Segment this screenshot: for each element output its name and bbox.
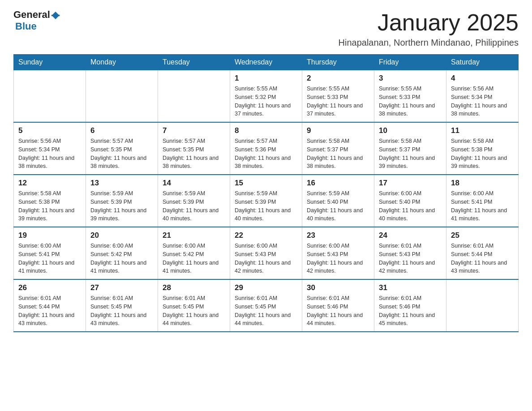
day-of-week-header: Friday	[374, 55, 446, 70]
day-number: 22	[235, 231, 297, 240]
day-info: Sunrise: 5:56 AMSunset: 5:34 PMDaylight:…	[451, 85, 514, 118]
month-title: January 2025	[378, 9, 519, 36]
day-of-week-header: Sunday	[14, 55, 86, 70]
calendar-cell: 22Sunrise: 6:00 AMSunset: 5:43 PMDayligh…	[230, 227, 302, 279]
day-number: 12	[18, 179, 81, 188]
calendar-week-row: 19Sunrise: 6:00 AMSunset: 5:41 PMDayligh…	[14, 227, 519, 279]
day-info: Sunrise: 6:00 AMSunset: 5:41 PMDaylight:…	[18, 242, 81, 275]
calendar-cell: 28Sunrise: 6:01 AMSunset: 5:45 PMDayligh…	[158, 279, 230, 332]
day-number: 9	[307, 126, 369, 135]
calendar-cell: 12Sunrise: 5:58 AMSunset: 5:38 PMDayligh…	[14, 175, 86, 227]
day-info: Sunrise: 5:59 AMSunset: 5:39 PMDaylight:…	[90, 189, 153, 223]
logo: General Blue	[13, 9, 60, 32]
day-info: Sunrise: 6:01 AMSunset: 5:44 PMDaylight:…	[451, 242, 514, 275]
day-info: Sunrise: 6:00 AMSunset: 5:43 PMDaylight:…	[307, 242, 369, 275]
day-info: Sunrise: 5:59 AMSunset: 5:39 PMDaylight:…	[235, 189, 297, 223]
day-number: 27	[90, 283, 153, 292]
calendar-cell: 20Sunrise: 6:00 AMSunset: 5:42 PMDayligh…	[86, 227, 158, 279]
calendar-cell: 17Sunrise: 6:00 AMSunset: 5:40 PMDayligh…	[374, 175, 446, 227]
calendar-cell: 27Sunrise: 6:01 AMSunset: 5:45 PMDayligh…	[86, 279, 158, 332]
day-number: 25	[451, 231, 514, 240]
day-info: Sunrise: 5:55 AMSunset: 5:32 PMDaylight:…	[235, 85, 297, 118]
day-number: 15	[235, 179, 297, 188]
calendar-cell	[14, 70, 86, 123]
calendar-cell: 4Sunrise: 5:56 AMSunset: 5:34 PMDaylight…	[446, 70, 519, 123]
calendar-week-row: 5Sunrise: 5:56 AMSunset: 5:34 PMDaylight…	[14, 122, 519, 175]
day-info: Sunrise: 6:00 AMSunset: 5:41 PMDaylight:…	[451, 189, 514, 223]
day-number: 26	[18, 283, 81, 292]
calendar-cell: 1Sunrise: 5:55 AMSunset: 5:32 PMDaylight…	[230, 70, 302, 123]
day-number: 4	[451, 74, 514, 83]
calendar-table: SundayMondayTuesdayWednesdayThursdayFrid…	[13, 54, 519, 332]
calendar-cell: 23Sunrise: 6:00 AMSunset: 5:43 PMDayligh…	[302, 227, 374, 279]
day-number: 8	[235, 126, 297, 135]
day-info: Sunrise: 5:59 AMSunset: 5:39 PMDaylight:…	[163, 189, 225, 223]
day-info: Sunrise: 6:01 AMSunset: 5:45 PMDaylight:…	[163, 294, 225, 328]
day-header-row: SundayMondayTuesdayWednesdayThursdayFrid…	[14, 55, 519, 70]
day-info: Sunrise: 5:55 AMSunset: 5:33 PMDaylight:…	[379, 85, 442, 118]
day-of-week-header: Thursday	[302, 55, 374, 70]
calendar-cell: 10Sunrise: 5:58 AMSunset: 5:37 PMDayligh…	[374, 122, 446, 175]
calendar-cell: 6Sunrise: 5:57 AMSunset: 5:35 PMDaylight…	[86, 122, 158, 175]
calendar-cell: 26Sunrise: 6:01 AMSunset: 5:44 PMDayligh…	[14, 279, 86, 332]
calendar-cell: 24Sunrise: 6:01 AMSunset: 5:43 PMDayligh…	[374, 227, 446, 279]
calendar-cell: 14Sunrise: 5:59 AMSunset: 5:39 PMDayligh…	[158, 175, 230, 227]
calendar-cell: 7Sunrise: 5:57 AMSunset: 5:35 PMDaylight…	[158, 122, 230, 175]
day-number: 18	[451, 179, 514, 188]
title-block: January 2025	[378, 9, 519, 36]
calendar-cell: 31Sunrise: 6:01 AMSunset: 5:46 PMDayligh…	[374, 279, 446, 332]
calendar-cell: 9Sunrise: 5:58 AMSunset: 5:37 PMDaylight…	[302, 122, 374, 175]
day-info: Sunrise: 5:57 AMSunset: 5:35 PMDaylight:…	[163, 137, 225, 171]
day-of-week-header: Tuesday	[158, 55, 230, 70]
calendar-cell: 15Sunrise: 5:59 AMSunset: 5:39 PMDayligh…	[230, 175, 302, 227]
day-info: Sunrise: 5:57 AMSunset: 5:35 PMDaylight:…	[90, 137, 153, 171]
calendar-cell: 2Sunrise: 5:55 AMSunset: 5:33 PMDaylight…	[302, 70, 374, 123]
calendar-week-row: 12Sunrise: 5:58 AMSunset: 5:38 PMDayligh…	[14, 175, 519, 227]
day-of-week-header: Wednesday	[230, 55, 302, 70]
day-number: 6	[90, 126, 153, 135]
calendar-cell: 16Sunrise: 5:59 AMSunset: 5:40 PMDayligh…	[302, 175, 374, 227]
day-info: Sunrise: 6:01 AMSunset: 5:44 PMDaylight:…	[18, 294, 81, 328]
day-info: Sunrise: 5:59 AMSunset: 5:40 PMDaylight:…	[307, 189, 369, 223]
calendar-cell: 19Sunrise: 6:00 AMSunset: 5:41 PMDayligh…	[14, 227, 86, 279]
day-number: 31	[379, 283, 442, 292]
day-number: 17	[379, 179, 442, 188]
header: General Blue January 2025	[13, 9, 519, 36]
calendar-cell: 18Sunrise: 6:00 AMSunset: 5:41 PMDayligh…	[446, 175, 519, 227]
day-info: Sunrise: 5:58 AMSunset: 5:38 PMDaylight:…	[18, 189, 81, 223]
day-number: 5	[18, 126, 81, 135]
day-number: 20	[90, 231, 153, 240]
logo-general: General	[13, 9, 50, 21]
day-number: 14	[163, 179, 225, 188]
day-number: 11	[451, 126, 514, 135]
calendar-cell: 30Sunrise: 6:01 AMSunset: 5:46 PMDayligh…	[302, 279, 374, 332]
calendar-cell: 25Sunrise: 6:01 AMSunset: 5:44 PMDayligh…	[446, 227, 519, 279]
day-number: 19	[18, 231, 81, 240]
day-info: Sunrise: 6:01 AMSunset: 5:46 PMDaylight:…	[307, 294, 369, 328]
calendar-cell: 11Sunrise: 5:58 AMSunset: 5:38 PMDayligh…	[446, 122, 519, 175]
calendar-cell: 3Sunrise: 5:55 AMSunset: 5:33 PMDaylight…	[374, 70, 446, 123]
day-info: Sunrise: 5:56 AMSunset: 5:34 PMDaylight:…	[18, 137, 81, 171]
day-info: Sunrise: 6:01 AMSunset: 5:46 PMDaylight:…	[379, 294, 442, 328]
day-number: 24	[379, 231, 442, 240]
day-number: 16	[307, 179, 369, 188]
logo-blue: Blue	[15, 21, 37, 32]
day-of-week-header: Monday	[86, 55, 158, 70]
calendar-week-row: 26Sunrise: 6:01 AMSunset: 5:44 PMDayligh…	[14, 279, 519, 332]
calendar-cell: 13Sunrise: 5:59 AMSunset: 5:39 PMDayligh…	[86, 175, 158, 227]
day-info: Sunrise: 5:58 AMSunset: 5:37 PMDaylight:…	[307, 137, 369, 171]
calendar-cell	[446, 279, 519, 332]
day-info: Sunrise: 6:00 AMSunset: 5:43 PMDaylight:…	[235, 242, 297, 275]
day-number: 3	[379, 74, 442, 83]
day-info: Sunrise: 5:57 AMSunset: 5:36 PMDaylight:…	[235, 137, 297, 171]
day-info: Sunrise: 6:00 AMSunset: 5:42 PMDaylight:…	[163, 242, 225, 275]
day-number: 30	[307, 283, 369, 292]
day-info: Sunrise: 6:01 AMSunset: 5:45 PMDaylight:…	[235, 294, 297, 328]
day-number: 13	[90, 179, 153, 188]
calendar-week-row: 1Sunrise: 5:55 AMSunset: 5:32 PMDaylight…	[14, 70, 519, 123]
day-info: Sunrise: 5:55 AMSunset: 5:33 PMDaylight:…	[307, 85, 369, 118]
subtitle: Hinapalanan, Northern Mindanao, Philippi…	[13, 38, 519, 48]
day-number: 2	[307, 74, 369, 83]
calendar-cell	[158, 70, 230, 123]
day-info: Sunrise: 5:58 AMSunset: 5:38 PMDaylight:…	[451, 137, 514, 171]
